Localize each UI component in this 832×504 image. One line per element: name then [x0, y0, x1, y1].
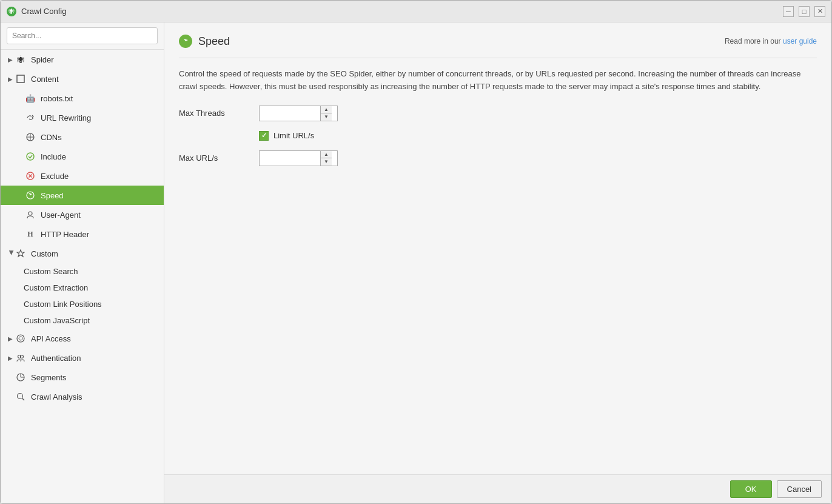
- maximize-button[interactable]: □: [799, 6, 810, 17]
- speed-form: Max Threads 5 ▲ ▼: [179, 106, 817, 166]
- sidebar-item-crawl-analysis[interactable]: ▶ Crawl Analysis: [1, 387, 164, 406]
- search-box: [1, 22, 164, 50]
- page-title: Speed: [198, 35, 230, 48]
- svg-point-13: [18, 394, 23, 399]
- ok-button[interactable]: OK: [730, 480, 772, 498]
- user-guide-link[interactable]: user guide: [783, 37, 817, 45]
- sidebar-label-robots: robots.txt: [41, 94, 73, 103]
- max-urls-increment-button[interactable]: ▲: [321, 151, 332, 159]
- max-threads-row: Max Threads 5 ▲ ▼: [179, 106, 817, 121]
- svg-line-14: [22, 398, 25, 401]
- max-threads-decrement-button[interactable]: ▼: [321, 113, 332, 121]
- limit-urls-checkbox-row[interactable]: Limit URL/s: [259, 131, 314, 141]
- expand-arrow-auth: ▶: [8, 355, 15, 361]
- limit-urls-label: Limit URL/s: [273, 131, 314, 140]
- authentication-icon: [15, 352, 26, 363]
- sidebar-item-custom-extraction[interactable]: Custom Extraction: [1, 280, 164, 296]
- url-rewriting-icon: [25, 112, 36, 123]
- sidebar-label-cdns: CDNs: [41, 133, 62, 142]
- main-content: Speed Read more in our user guide Contro…: [164, 22, 831, 503]
- max-threads-input[interactable]: 5: [260, 106, 320, 121]
- sidebar-label-segments: Segments: [31, 373, 67, 382]
- sidebar-item-exclude[interactable]: ▶ Exclude: [1, 166, 164, 186]
- max-urls-spinner-btns: ▲ ▼: [320, 151, 332, 166]
- sidebar-item-segments[interactable]: ▶ Segments: [1, 368, 164, 387]
- nav-items: ▶ 🕷 Spider ▶ Content ▶ 🤖 robots.txt: [1, 50, 164, 503]
- header-divider: [179, 58, 817, 58]
- sidebar-item-custom-javascript[interactable]: Custom JavaScript: [1, 312, 164, 329]
- sidebar-item-cdns[interactable]: ▶ CDNs: [1, 127, 164, 147]
- http-header-icon: H: [25, 229, 36, 240]
- crawl-config-window: 🕷 Crawl Config ─ □ ✕ ▶ 🕷 Spider: [0, 0, 832, 504]
- search-input[interactable]: [7, 27, 158, 44]
- title-bar: 🕷 Crawl Config ─ □ ✕: [1, 1, 831, 22]
- spider-icon: 🕷: [15, 54, 26, 65]
- max-urls-row: Max URL/s 1.0 ▲ ▼: [179, 150, 817, 166]
- close-button[interactable]: ✕: [814, 6, 825, 17]
- svg-rect-0: [17, 75, 24, 82]
- sidebar-label-http-header: HTTP Header: [41, 230, 89, 239]
- sidebar-label-custom-javascript: Custom JavaScript: [24, 316, 90, 325]
- max-urls-decrement-button[interactable]: ▼: [321, 158, 332, 166]
- sidebar-item-custom[interactable]: ▶ Custom: [1, 244, 164, 263]
- sidebar-item-include[interactable]: ▶ Include: [1, 147, 164, 166]
- crawl-analysis-icon: [15, 391, 26, 402]
- sidebar-item-custom-link-positions[interactable]: Custom Link Positions: [1, 296, 164, 312]
- sidebar-label-custom-link-positions: Custom Link Positions: [24, 300, 102, 309]
- sidebar-item-content[interactable]: ▶ Content: [1, 69, 164, 89]
- expand-arrow-custom: ▶: [8, 250, 15, 257]
- speed-icon: [25, 190, 36, 201]
- expand-arrow-content: ▶: [8, 76, 15, 82]
- svg-point-7: [29, 212, 32, 215]
- sidebar-item-authentication[interactable]: ▶ Authentication: [1, 348, 164, 368]
- content-area: ▶ 🕷 Spider ▶ Content ▶ 🤖 robots.txt: [1, 22, 831, 503]
- limit-urls-row: Limit URL/s: [179, 131, 817, 141]
- sidebar-item-spider[interactable]: ▶ 🕷 Spider: [1, 50, 164, 69]
- sidebar-label-custom-extraction: Custom Extraction: [24, 283, 88, 292]
- sidebar-label-speed: Speed: [41, 191, 64, 200]
- max-threads-label: Max Threads: [179, 109, 252, 118]
- expand-arrow-spider: ▶: [8, 56, 15, 63]
- custom-icon: [15, 248, 26, 259]
- sidebar: ▶ 🕷 Spider ▶ Content ▶ 🤖 robots.txt: [1, 22, 164, 503]
- sidebar-item-robots[interactable]: ▶ 🤖 robots.txt: [1, 89, 164, 108]
- api-access-icon: [15, 333, 26, 344]
- cancel-button[interactable]: Cancel: [777, 480, 822, 498]
- sidebar-label-custom-search: Custom Search: [24, 267, 78, 276]
- window-controls: ─ □ ✕: [783, 6, 825, 17]
- sidebar-item-user-agent[interactable]: ▶ User-Agent: [1, 205, 164, 224]
- sidebar-item-url-rewriting[interactable]: ▶ URL Rewriting: [1, 108, 164, 127]
- sidebar-item-speed[interactable]: ▶ Speed: [1, 186, 164, 205]
- sidebar-label-user-agent: User-Agent: [41, 210, 81, 220]
- sidebar-label-spider: Spider: [31, 55, 54, 64]
- page-header: Speed Read more in our user guide: [179, 35, 817, 48]
- speed-page-icon: [179, 35, 192, 48]
- content-icon: [15, 73, 26, 84]
- max-threads-spinner: 5 ▲ ▼: [259, 106, 338, 121]
- sidebar-label-authentication: Authentication: [31, 354, 81, 363]
- max-urls-spinner: 1.0 ▲ ▼: [259, 150, 338, 166]
- limit-urls-checkbox[interactable]: [259, 131, 269, 141]
- max-urls-label: Max URL/s: [179, 153, 252, 163]
- sidebar-item-api-access[interactable]: ▶ API Access: [1, 329, 164, 348]
- page-title-row: Speed: [179, 35, 230, 48]
- robots-icon: 🤖: [25, 93, 36, 104]
- svg-point-8: [17, 335, 24, 342]
- footer: OK Cancel: [164, 474, 831, 503]
- sidebar-label-url-rewriting: URL Rewriting: [41, 113, 91, 123]
- minimize-button[interactable]: ─: [783, 6, 794, 17]
- read-more-text: Read more in our user guide: [725, 37, 817, 45]
- window-title: Crawl Config: [21, 7, 783, 16]
- max-threads-increment-button[interactable]: ▲: [321, 106, 332, 114]
- sidebar-item-http-header[interactable]: ▶ H HTTP Header: [1, 224, 164, 244]
- cdns-icon: [25, 132, 36, 143]
- svg-point-4: [27, 153, 34, 160]
- sidebar-label-custom: Custom: [31, 249, 58, 258]
- sidebar-label-exclude: Exclude: [41, 172, 69, 181]
- exclude-icon: [25, 170, 36, 181]
- max-threads-spinner-btns: ▲ ▼: [320, 106, 332, 121]
- max-urls-input[interactable]: 1.0: [260, 151, 320, 166]
- segments-icon: [15, 372, 26, 383]
- sidebar-label-api-access: API Access: [31, 334, 71, 343]
- sidebar-item-custom-search[interactable]: Custom Search: [1, 263, 164, 280]
